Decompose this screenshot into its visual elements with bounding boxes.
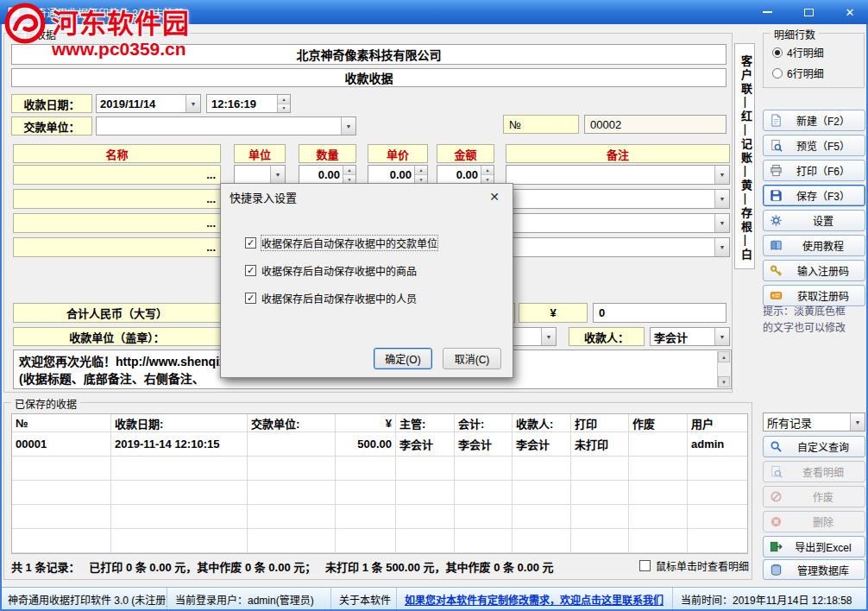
item-note-combo[interactable]: ▼ xyxy=(506,213,730,233)
item-qty-spinner[interactable]: 0.00▲▼ xyxy=(299,165,356,185)
total-label: 合计人民币（大写） xyxy=(13,303,221,323)
status-about-link[interactable]: 关于本软件 xyxy=(331,588,397,611)
row-amount[interactable]: 500.00 xyxy=(336,432,396,457)
calendar-dropdown-icon[interactable]: ▼ xyxy=(186,95,200,112)
save-goods-checkbox[interactable]: ✓ 收据保存后自动保存收据中的商品 xyxy=(245,263,417,278)
time-value: 12:16:19 xyxy=(207,98,277,110)
receipt-no-value[interactable]: 00002 xyxy=(584,115,726,134)
export-excel-button[interactable]: 导出到Excel xyxy=(763,536,865,557)
status-bar: 神奇通用收据打印软件 3.0 (未注册) 当前登录用户：admin(管理员) 关… xyxy=(0,587,868,611)
save-payer-checkbox-label: 收据保存后自动保存收据中的交款单位 xyxy=(261,236,437,250)
receipt-title-field[interactable]: 收款收据 xyxy=(11,68,726,87)
col-header-price: 单价 xyxy=(368,144,428,163)
col-payee: 收款人: xyxy=(513,414,571,432)
custom-query-button[interactable]: 自定义查询 xyxy=(763,436,865,457)
tutorial-button[interactable]: 使用教程 xyxy=(763,235,865,256)
currency-symbol-label: ¥ xyxy=(519,303,588,323)
radio-selected-icon xyxy=(772,47,783,58)
payer-combo[interactable]: ▼ xyxy=(96,117,356,135)
time-down-icon[interactable]: ▼ xyxy=(278,104,290,113)
minimize-button[interactable] xyxy=(758,4,777,20)
date-picker[interactable]: 2019/11/14 ▼ xyxy=(96,94,201,113)
save-button[interactable]: 保存（F3） xyxy=(763,185,865,206)
radio-6-rows-label: 6行明细 xyxy=(787,66,824,80)
radio-unselected-icon xyxy=(772,68,783,79)
settings-button[interactable]: 设置 xyxy=(763,210,865,231)
preview-button[interactable]: 预览（F5） xyxy=(763,135,865,156)
records-filter-combo[interactable]: 所有记录 ▼ xyxy=(763,413,865,431)
save-payer-checkbox[interactable]: ✓ 收据保存后自动保存收据中的交款单位 xyxy=(245,236,437,250)
row-no[interactable]: 00001 xyxy=(12,432,111,457)
scroll-down-icon[interactable]: ▼ xyxy=(718,376,730,387)
status-contact-link[interactable]: 如果您对本软件有定制修改需求，欢迎点击这里联系我们 xyxy=(397,588,673,611)
maximize-button[interactable] xyxy=(799,4,818,20)
dialog-close-icon[interactable]: ✕ xyxy=(481,186,507,208)
view-detail-checkbox[interactable]: 鼠标单击时查看明细 xyxy=(639,558,749,573)
payee-combo[interactable]: 李会计 ▼ xyxy=(650,327,730,346)
row-date[interactable]: 2019-11-14 12:10:15 xyxy=(111,432,248,457)
company-name-field[interactable]: 北京神奇像素科技有限公司 xyxy=(11,44,726,65)
payee-value: 李会计 xyxy=(651,329,714,345)
item-name-field[interactable]: ... xyxy=(13,213,221,233)
item-note-combo[interactable]: ▼ xyxy=(506,165,730,185)
row-voided[interactable] xyxy=(629,432,688,457)
item-price-spinner[interactable]: 0.00▲▼ xyxy=(368,165,428,185)
chevron-down-icon[interactable]: ▼ xyxy=(714,328,729,345)
chevron-down-icon[interactable]: ▼ xyxy=(270,166,285,184)
view-detail-button[interactable]: 查看明细 xyxy=(763,461,865,482)
frame-left xyxy=(0,24,2,611)
item-name-field[interactable]: ... xyxy=(13,189,221,209)
delete-icon xyxy=(770,515,783,528)
saved-receipts-table[interactable]: № 收款日期: 交款单位: ¥ 主管: 会计: 收款人: 打印 作废 用户 00… xyxy=(11,413,748,554)
hint-text: 提示：淡黄底色框 的文字也可以修改 xyxy=(763,304,865,337)
records-summary: 共 1 条记录： 已打印 0 条 0.00 元，其中作废 0 条 0.00 元；… xyxy=(11,558,554,575)
time-up-icon[interactable]: ▲ xyxy=(278,95,290,104)
saved-receipts-group-label: 已保存的收据 xyxy=(11,396,80,411)
stamp-label: 收款单位（盖章）： xyxy=(13,327,221,346)
print-button[interactable]: 打印（F6） xyxy=(763,160,865,181)
item-name-field[interactable]: ... xyxy=(13,165,221,185)
row-accountant[interactable]: 李会计 xyxy=(455,432,513,457)
radio-6-rows[interactable]: 6行明细 xyxy=(772,66,824,80)
item-name-field[interactable]: ... xyxy=(13,237,221,257)
total-amount-field[interactable]: 0 xyxy=(593,303,726,323)
ok-button[interactable]: 确定(O) xyxy=(374,348,432,369)
row-printed[interactable]: 未打印 xyxy=(571,432,629,457)
save-icon xyxy=(770,189,783,202)
void-button[interactable]: 作废 xyxy=(763,486,865,507)
col-no: № xyxy=(12,414,111,432)
item-amount-spinner[interactable]: 0.00▲▼ xyxy=(437,165,494,185)
save-person-checkbox-label: 收据保存后自动保存收据中的人员 xyxy=(261,291,417,306)
col-date: 收款日期: xyxy=(111,414,248,432)
chevron-down-icon[interactable]: ▼ xyxy=(541,328,556,345)
note-scrollbar[interactable]: ▲ ▼ xyxy=(717,351,730,387)
receipt-copies-strip: 客户联—红—记账—黄—存根—白 xyxy=(734,43,755,269)
chevron-down-icon[interactable]: ▼ xyxy=(850,413,865,431)
status-app-name: 神奇通用收据打印软件 3.0 (未注册) xyxy=(0,588,167,611)
chevron-down-icon[interactable]: ▼ xyxy=(341,117,355,135)
row-user[interactable]: admin xyxy=(688,432,747,457)
time-spinner[interactable]: 12:16:19 ▲▼ xyxy=(206,94,291,113)
manage-database-button[interactable]: 管理数据库 xyxy=(763,559,865,580)
delete-button[interactable]: 删除 xyxy=(763,511,865,532)
new-button[interactable]: 新建（F2） xyxy=(763,110,865,131)
new-receipt-group-label: 新建收据 xyxy=(11,27,60,41)
gear-icon xyxy=(770,214,783,227)
col-payer: 交款单位: xyxy=(248,414,336,432)
radio-4-rows[interactable]: 4行明细 xyxy=(772,45,824,60)
cancel-button[interactable]: 取消(C) xyxy=(443,348,501,369)
row-manager[interactable]: 李会计 xyxy=(396,432,455,457)
item-unit-combo[interactable]: ▼ xyxy=(234,165,286,185)
col-header-qty: 数量 xyxy=(299,144,356,163)
item-note-combo[interactable]: ▼ xyxy=(506,237,730,257)
close-button[interactable]: ✕ xyxy=(840,4,859,20)
scroll-up-icon[interactable]: ▲ xyxy=(718,351,730,362)
save-person-checkbox[interactable]: ✓ 收据保存后自动保存收据中的人员 xyxy=(245,291,417,306)
item-note-combo[interactable]: ▼ xyxy=(506,189,730,209)
col-user: 用户 xyxy=(688,414,747,432)
chevron-down-icon[interactable]: ▼ xyxy=(714,166,729,184)
row-payer[interactable] xyxy=(248,432,336,457)
titlebar[interactable]: 神奇通用收据打印软件 3.0 (未注册) ✕ xyxy=(0,0,868,24)
enter-license-button[interactable]: 输入注册码 xyxy=(763,260,865,281)
row-payee[interactable]: 李会计 xyxy=(513,432,571,457)
